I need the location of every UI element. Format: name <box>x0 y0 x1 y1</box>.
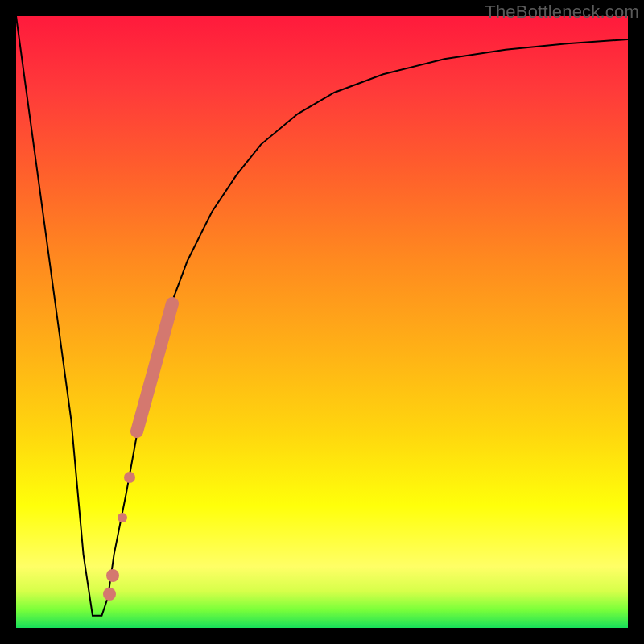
chart-frame: TheBottleneck.com <box>0 0 644 644</box>
sweet-spot-dot-2 <box>106 569 119 582</box>
dot-mid-2 <box>124 472 135 483</box>
marker-layer <box>16 16 628 628</box>
dot-mid-1 <box>118 513 127 522</box>
plot-area <box>16 16 628 628</box>
sweet-spot-dot-1 <box>103 588 116 601</box>
watermark-text: TheBottleneck.com <box>485 2 639 23</box>
thick-segment <box>137 303 172 431</box>
